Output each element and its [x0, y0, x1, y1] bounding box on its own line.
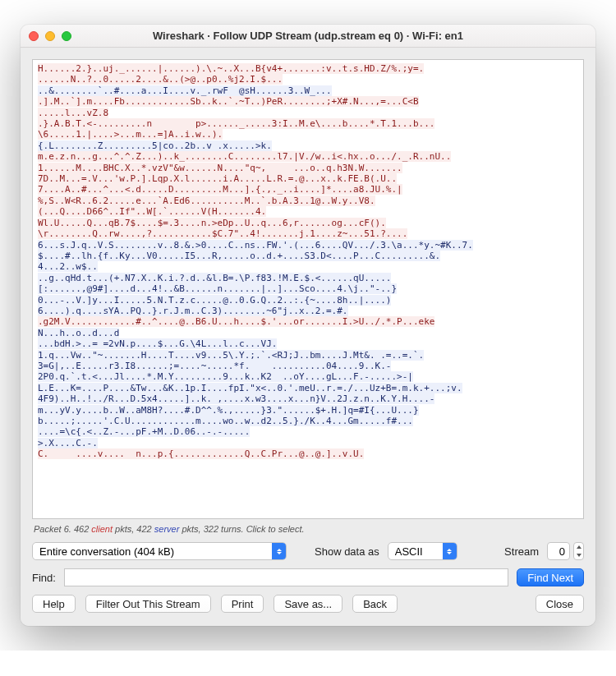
- zoom-window-icon[interactable]: [62, 31, 71, 41]
- server-segment[interactable]: b.....;.....'.C.U............m....wo..w.…: [38, 416, 413, 426]
- filter-out-button[interactable]: Filter Out This Stream: [85, 595, 211, 613]
- client-segment[interactable]: 1......M....BHC.X..*.vzV"&w......N...."q…: [38, 163, 402, 173]
- find-input[interactable]: [64, 568, 508, 586]
- close-window-icon[interactable]: [29, 31, 39, 41]
- print-button[interactable]: Print: [221, 595, 264, 613]
- server-segment[interactable]: 3=G|,..E.....r3.I8......;=....~.....*f. …: [38, 361, 391, 371]
- server-segment[interactable]: L.E...K=....P....&Tw...&K..1p.I....fpI."…: [38, 383, 462, 393]
- client-segment[interactable]: %,S..W<R..6.2.....e...`A.Ed6..........M.…: [38, 195, 375, 206]
- client-segment[interactable]: m.e.z.n...g...^.^.Z...)..k_........C....…: [38, 151, 451, 162]
- conversation-select[interactable]: Entire conversation (404 kB): [32, 542, 287, 560]
- chevron-up-icon[interactable]: [574, 543, 583, 551]
- chevron-down-icon[interactable]: [574, 551, 583, 559]
- back-button[interactable]: Back: [352, 595, 398, 613]
- save-as-button[interactable]: Save as...: [274, 595, 342, 613]
- format-select[interactable]: ASCII: [388, 542, 457, 560]
- help-button[interactable]: Help: [32, 595, 76, 613]
- server-segment[interactable]: {.L........Z.........5|co..2b..v .x.....…: [38, 140, 272, 151]
- status-line: Packet 6. 462 client pkts, 422 server pk…: [34, 524, 582, 534]
- client-segment[interactable]: \r........Q..rw....,?...........$C.7"..4…: [38, 228, 407, 239]
- client-segment[interactable]: Wl.U.....Q...qB.7$....$=.3....n.>eDp..U.…: [38, 218, 386, 228]
- server-segment[interactable]: ..&........`..#....a...I....v._.rwF @sH.…: [38, 85, 332, 96]
- client-segment[interactable]: 7D..M...=.V...'w.P.].Lqp.X.l......i.A...…: [38, 173, 397, 184]
- show-data-as-label: Show data as: [315, 545, 379, 558]
- server-segment[interactable]: ...bdH.>..= =2vN.p....$...G.\4L...l..c..…: [38, 338, 277, 349]
- close-button[interactable]: Close: [536, 595, 584, 613]
- stepper-buttons[interactable]: [573, 542, 584, 560]
- stream-label: Stream: [504, 545, 539, 558]
- titlebar: Wireshark · Follow UDP Stream (udp.strea…: [21, 25, 595, 48]
- server-segment[interactable]: 2P0.q.`.t.<...Jl....*.M.Y.........9...k.…: [38, 371, 413, 382]
- server-segment[interactable]: 1.q...Vw.."~.......H....T....v9...5\.Y.;…: [38, 350, 424, 361]
- client-segment[interactable]: 7....A..#...^...<.d.....D.........M...].…: [38, 184, 402, 195]
- server-segment[interactable]: 0...-..V.]y...I.....5.N.T.z.c.....@..0.G…: [38, 295, 391, 306]
- status-suffix: pkts, 322 turns. Click to select.: [179, 524, 304, 534]
- client-segment[interactable]: .g2M.V............#..^....@..B6.U...h...…: [38, 316, 434, 327]
- client-segment[interactable]: .].M..`].m....Fb............Sb..k..`.~T.…: [38, 96, 419, 107]
- find-next-button[interactable]: Find Next: [517, 568, 584, 586]
- content: H......2.}..uj._......|......).\.~..X...…: [21, 48, 595, 626]
- server-segment[interactable]: ....=\c{.<..Z.-...pF.+M..D.06..-.-.....: [38, 426, 250, 437]
- client-segment[interactable]: ......N..?..0.....2....&..(>@..p0..%j2.I…: [38, 74, 283, 85]
- window-title: Wireshark · Follow UDP Stream (udp.strea…: [29, 30, 587, 42]
- status-client-word: client: [91, 524, 113, 534]
- stream-value[interactable]: [547, 542, 570, 560]
- stream-text[interactable]: H......2.}..uj._......|......).\.~..X...…: [32, 59, 584, 519]
- server-segment[interactable]: 4...2..w$..: [38, 261, 98, 272]
- traffic-lights: [29, 31, 71, 41]
- server-segment[interactable]: ..g..qHd.t...(+.N7.X..K.i.?.d..&l.B=.\P.…: [38, 273, 391, 283]
- window: Wireshark · Follow UDP Stream (udp.strea…: [21, 25, 595, 626]
- server-segment[interactable]: 6....).q....sYA..PQ..}.r.J.m..C.3)......…: [38, 306, 348, 316]
- server-segment[interactable]: 6...s.J.q..V.S........v..8.&.>0....C..ns…: [38, 240, 473, 251]
- server-segment[interactable]: >.X....C.-.: [38, 438, 98, 448]
- server-segment[interactable]: N...h..o..d...d: [38, 328, 119, 338]
- client-segment[interactable]: (...Q....D66^..If"..W[.`......V(H.......…: [38, 206, 266, 217]
- status-mid: pkts, 422: [113, 524, 154, 534]
- status-prefix: Packet 6. 462: [34, 524, 91, 534]
- server-segment[interactable]: [:......,@9#]....d...4!..&B......n......…: [38, 283, 397, 294]
- server-segment[interactable]: 4F9)..H..!../R...D.5x4.....]..k. ,....x.…: [38, 393, 434, 404]
- client-segment[interactable]: .}.A.B.T.<-.........n p>......_.....3:I.…: [38, 118, 434, 129]
- client-segment[interactable]: H......2.}..uj._......|......).\.~..X...…: [38, 63, 424, 74]
- client-segment[interactable]: C. ....v.... n...p.{.............Q..C.Pr…: [38, 448, 364, 459]
- find-label: Find:: [32, 572, 56, 584]
- minimize-window-icon[interactable]: [45, 31, 55, 41]
- client-segment[interactable]: \6.....1.|....>...m...=]A..i.w..).: [38, 129, 223, 140]
- server-segment[interactable]: $....#..lh.{f..Ky...V0.....I5...R,.....o…: [38, 251, 440, 261]
- client-segment[interactable]: .....l...vZ.8: [38, 108, 108, 118]
- server-segment[interactable]: m...yV.y....b..W..aM8H?....#.D^^.%.,....…: [38, 405, 419, 416]
- status-server-word: server: [154, 524, 180, 534]
- stream-stepper[interactable]: [547, 542, 584, 560]
